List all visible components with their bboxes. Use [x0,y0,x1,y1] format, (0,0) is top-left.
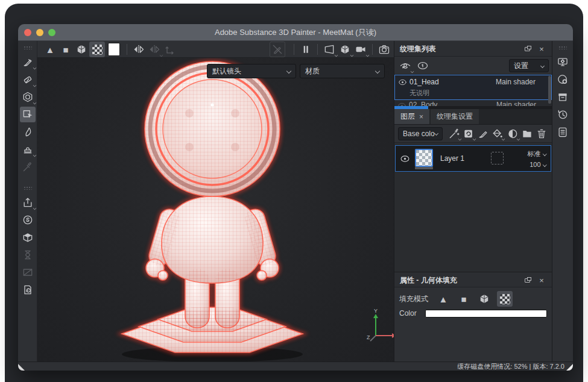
eye-solo-icon [417,60,429,72]
geometry-triangle-button[interactable]: ▲ [42,42,58,57]
shader-settings-button[interactable] [555,72,571,87]
clone-tool-button[interactable] [20,142,36,157]
color-label: Color [399,309,417,318]
photo-camera-icon [378,43,390,55]
scrollbar-thumb[interactable] [394,106,428,109]
substance-source-button[interactable] [20,212,36,228]
close-tab-icon[interactable]: × [419,113,423,121]
color-picker-bar[interactable] [425,310,547,318]
shelf-button[interactable] [555,89,571,105]
texture-set-row[interactable]: 01_Head Main shader 无说明 [394,75,552,100]
texture-toggle-button[interactable] [20,265,36,280]
undock-panel-button[interactable] [522,43,533,54]
delete-layer-button[interactable] [535,127,548,141]
layer-row[interactable]: Layer 1 标准 100 [395,145,551,172]
close-panel-button[interactable]: × [536,43,547,54]
camera-button[interactable] [353,42,368,57]
resize-grip[interactable] [18,364,25,371]
add-adjustment-button[interactable] [505,127,519,141]
viewport-display-button[interactable] [321,42,337,57]
drag-handle-icon[interactable] [24,46,32,49]
screenshot-button[interactable] [376,42,392,57]
status-bar: 缓存磁盘使用情况: 52% | 版本: 7.2.0 [18,362,573,371]
export-button[interactable] [20,195,36,210]
visibility-cycle-button[interactable] [397,58,413,74]
fill-mode-mesh-button[interactable] [476,291,492,307]
tab-texture-set-settings[interactable]: 纹理集设置 [431,109,479,124]
chevron-down-icon [375,69,380,74]
color-row: Color [394,308,552,318]
history-clock-icon [557,108,569,121]
vertical-scrollbar[interactable] [548,76,551,104]
fill-mode-triangle-button[interactable]: ▲ [435,291,451,307]
chevron-down-icon [502,137,505,140]
blend-mode-select[interactable]: 标准 [528,148,546,159]
texture-set-description: 无说明 [409,89,429,98]
pending-tasks-button[interactable] [20,247,36,263]
projection-transform-button[interactable] [162,42,178,57]
visibility-eye-icon[interactable] [397,101,406,106]
paint-tool-button[interactable] [20,54,36,70]
viewport-3d-canvas[interactable]: 默认镜头 材质 Y X Z [37,58,394,362]
lazy-mouse-button[interactable] [270,42,285,57]
display-mode-select[interactable]: 材质 [300,64,385,78]
visibility-eye-icon[interactable] [398,78,407,87]
projection-tool-button[interactable] [20,89,36,105]
polygon-fill-tool-button[interactable] [20,107,36,122]
minimize-window-button[interactable] [36,29,43,36]
axis-y-label: Y [374,308,378,314]
close-panel-button[interactable]: × [536,275,547,286]
chevron-down-icon [516,137,520,140]
tab-texture-set-settings-label: 纹理集设置 [437,111,473,122]
tab-layers[interactable]: 图层 × [394,109,429,124]
layer-visibility-eye-icon[interactable] [400,154,410,164]
zoom-window-button[interactable] [48,29,55,36]
pause-icon [300,43,312,55]
add-fill-layer-button[interactable] [491,127,504,141]
layer-mask-placeholder[interactable] [491,152,504,164]
eraser-tool-button[interactable] [20,72,36,87]
undock-panel-button[interactable] [522,275,533,286]
geometry-uv-checker-button[interactable] [89,42,105,57]
assets-button[interactable] [20,230,36,245]
geometry-mesh-button[interactable] [74,42,89,57]
video-camera-icon [355,43,367,55]
horizontal-scrollbar[interactable] [394,106,552,109]
uv-symmetry-button[interactable] [147,42,162,57]
resize-grip[interactable] [566,364,573,371]
solo-view-button[interactable] [415,58,431,74]
opacity-select[interactable]: 100 [528,159,546,170]
add-folder-button[interactable] [520,127,534,141]
layer-thumbnail[interactable] [415,149,433,167]
transform-arrows-icon [164,43,176,55]
drag-handle-icon[interactable] [24,186,32,190]
color-swatch-button[interactable] [105,42,123,57]
cube-icon [75,43,87,55]
log-notepad-icon [557,126,569,138]
divider [372,44,373,55]
history-button[interactable] [555,107,571,122]
add-effect-button[interactable] [462,127,475,141]
display-settings-button[interactable] [555,54,571,70]
camera-select[interactable]: 默认镜头 [207,64,296,78]
eye-cycle-icon [399,60,411,72]
add-smart-material-button[interactable] [447,127,461,141]
fill-mode-quad-button[interactable]: ■ [456,291,472,307]
settings-select[interactable]: 设置 [509,59,549,72]
texture-set-row[interactable]: 02_Body Main shader [394,100,552,106]
close-window-button[interactable] [24,29,31,36]
fill-mode-uv-button[interactable] [497,291,513,307]
pause-engine-button[interactable] [298,42,314,57]
projection-icon [22,91,34,103]
geometry-quad-button[interactable]: ■ [58,42,74,57]
smudge-tool-button[interactable] [20,124,36,140]
add-paint-layer-button[interactable] [476,127,490,141]
drag-handle-icon[interactable] [558,46,567,49]
smudge-icon [22,126,34,138]
resources-updater-button[interactable] [20,282,36,298]
environment-button[interactable] [337,42,353,57]
symmetry-button[interactable] [131,42,147,57]
log-button[interactable] [555,124,571,140]
material-picker-tool-button[interactable] [20,159,36,175]
channel-select[interactable]: Base colo [398,127,443,140]
